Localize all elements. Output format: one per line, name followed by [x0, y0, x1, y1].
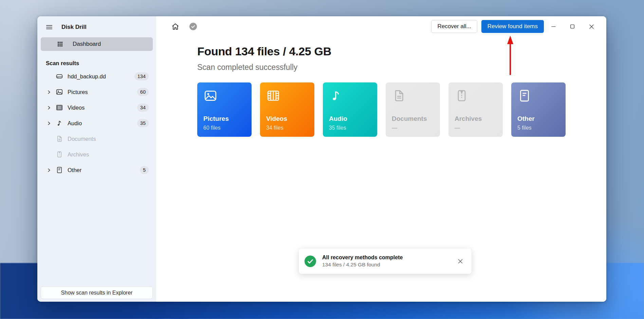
- sidebar-item-label: Audio: [68, 120, 137, 127]
- category-cards: Pictures60 filesVideos34 filesAudio35 fi…: [197, 82, 566, 137]
- page-subtitle: Scan completed successfully: [197, 63, 297, 72]
- sidebar: Disk Drill Dashboard Scan results hdd_ba…: [37, 16, 156, 302]
- count-badge: 5: [140, 166, 149, 174]
- card-label: Audio: [329, 115, 347, 123]
- close-icon[interactable]: [582, 20, 601, 33]
- disk-drill-window: Disk Drill Dashboard Scan results hdd_ba…: [37, 16, 606, 302]
- sidebar-item-documents: Documents: [37, 131, 156, 147]
- annotation-arrow-icon: [505, 35, 515, 76]
- chevron-right-icon[interactable]: [47, 120, 56, 126]
- toolbar-left: [171, 22, 198, 31]
- scan-results-section-label: Scan results: [46, 60, 156, 67]
- card-label: Archives: [455, 115, 482, 123]
- film-icon: [266, 89, 280, 103]
- drive-icon: [56, 73, 63, 80]
- card-file-count: 35 files: [329, 125, 346, 131]
- film-icon: [56, 104, 63, 111]
- hamburger-menu-icon[interactable]: [45, 23, 53, 31]
- card-label: Pictures: [203, 115, 229, 123]
- card-label: Videos: [266, 115, 287, 123]
- count-badge: 60: [137, 88, 149, 96]
- card-file-count: 34 files: [266, 125, 283, 131]
- card-label: Other: [517, 115, 535, 123]
- card-videos[interactable]: Videos34 files: [260, 82, 314, 137]
- card-audio[interactable]: Audio35 files: [323, 82, 377, 137]
- scan-results-list: hdd_backup.dd134Pictures60Videos34Audio3…: [37, 69, 156, 178]
- toast-subtitle: 134 files / 4.25 GB found: [322, 262, 449, 268]
- sidebar-item-label: hdd_backup.dd: [68, 73, 134, 80]
- document-icon: [56, 135, 63, 143]
- success-check-icon: [304, 255, 316, 267]
- show-in-explorer-button[interactable]: Show scan results in Explorer: [41, 286, 153, 299]
- card-label: Documents: [392, 115, 427, 123]
- scan-complete-icon: [189, 22, 198, 31]
- sidebar-item-hdd-backup-dd[interactable]: hdd_backup.dd134: [37, 69, 156, 84]
- toast-notification: All recovery methods complete 134 files …: [299, 248, 472, 274]
- recover-all-button[interactable]: Recover all...: [431, 20, 477, 33]
- dashboard-grid-icon: [56, 40, 64, 48]
- toolbar-right: Recover all... Review found items: [431, 20, 606, 33]
- card-file-count: 60 files: [203, 125, 221, 131]
- sidebar-item-pictures[interactable]: Pictures60: [37, 84, 156, 100]
- sidebar-item-label: Pictures: [68, 89, 137, 95]
- sidebar-item-label: Other: [68, 167, 140, 173]
- chevron-placeholder: [47, 74, 56, 79]
- sidebar-item-label: Videos: [68, 105, 137, 111]
- chevron-right-icon[interactable]: [47, 89, 56, 95]
- chevron-placeholder: [47, 152, 56, 157]
- chevron-right-icon[interactable]: [47, 105, 56, 110]
- page-title: Found 134 files / 4.25 GB: [197, 45, 331, 58]
- music-icon: [329, 89, 343, 103]
- sidebar-item-label: Archives: [68, 151, 156, 158]
- minimize-icon[interactable]: [544, 20, 563, 33]
- sidebar-item-dashboard[interactable]: Dashboard: [41, 37, 153, 51]
- chevron-placeholder: [47, 136, 56, 142]
- card-archives: Archives—: [448, 82, 503, 137]
- card-file-count: —: [455, 125, 460, 131]
- image-icon: [203, 89, 218, 103]
- sidebar-item-label: Documents: [68, 136, 156, 142]
- count-badge: 35: [137, 119, 149, 127]
- card-file-count: 5 files: [517, 125, 532, 131]
- main-area: Recover all... Review found items Found …: [156, 16, 606, 302]
- image-icon: [56, 88, 63, 96]
- document-icon: [392, 89, 406, 103]
- card-other[interactable]: Other5 files: [511, 82, 566, 137]
- music-icon: [56, 119, 63, 127]
- toast-title: All recovery methods complete: [322, 255, 449, 261]
- count-badge: 34: [137, 104, 149, 112]
- sidebar-item-archives: Archives: [37, 147, 156, 162]
- maximize-icon[interactable]: [563, 20, 582, 33]
- app-title: Disk Drill: [61, 24, 87, 31]
- sidebar-item-videos[interactable]: Videos34: [37, 100, 156, 115]
- count-badge: 134: [134, 72, 149, 80]
- archive-icon: [455, 89, 469, 103]
- card-documents: Documents—: [386, 82, 440, 137]
- toast-texts: All recovery methods complete 134 files …: [322, 255, 449, 268]
- archive-icon: [56, 151, 63, 158]
- sidebar-item-audio[interactable]: Audio35: [37, 115, 156, 131]
- home-icon[interactable]: [171, 22, 180, 31]
- toast-close-icon[interactable]: [455, 256, 465, 266]
- window-controls: [544, 20, 601, 33]
- card-pictures[interactable]: Pictures60 files: [197, 82, 252, 137]
- review-found-items-button[interactable]: Review found items: [481, 20, 544, 33]
- sidebar-header: Disk Drill: [37, 16, 156, 36]
- dashboard-label: Dashboard: [73, 41, 101, 48]
- sidebar-item-other[interactable]: Other5: [37, 162, 156, 178]
- file-lines-icon: [517, 89, 532, 103]
- file-lines-icon: [56, 166, 63, 174]
- chevron-right-icon[interactable]: [47, 167, 56, 173]
- card-file-count: —: [392, 125, 397, 131]
